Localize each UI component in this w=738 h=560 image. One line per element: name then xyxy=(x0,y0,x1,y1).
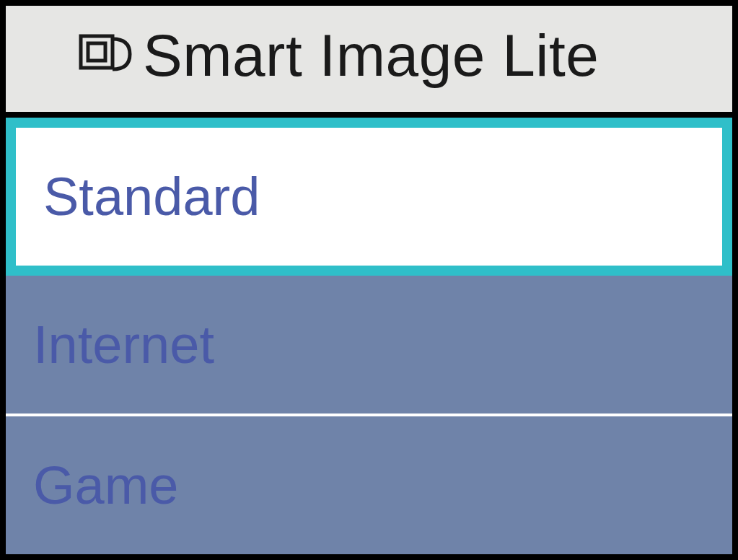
menu-items-container: Standard Internet Game xyxy=(6,118,732,554)
menu-item-label: Internet xyxy=(33,314,214,375)
menu-item-label: Game xyxy=(33,455,179,516)
svg-rect-0 xyxy=(81,36,113,68)
menu-item-label: Standard xyxy=(43,166,260,227)
menu-item-internet[interactable]: Internet xyxy=(6,276,732,414)
menu-title: Smart Image Lite xyxy=(143,22,599,89)
menu-header: Smart Image Lite xyxy=(6,6,732,118)
svg-rect-1 xyxy=(88,43,105,61)
menu-item-game[interactable]: Game xyxy=(6,416,732,554)
osd-menu: Smart Image Lite Standard Internet Game xyxy=(0,0,738,560)
menu-item-standard[interactable]: Standard xyxy=(6,118,732,276)
smartimage-icon xyxy=(78,32,134,79)
